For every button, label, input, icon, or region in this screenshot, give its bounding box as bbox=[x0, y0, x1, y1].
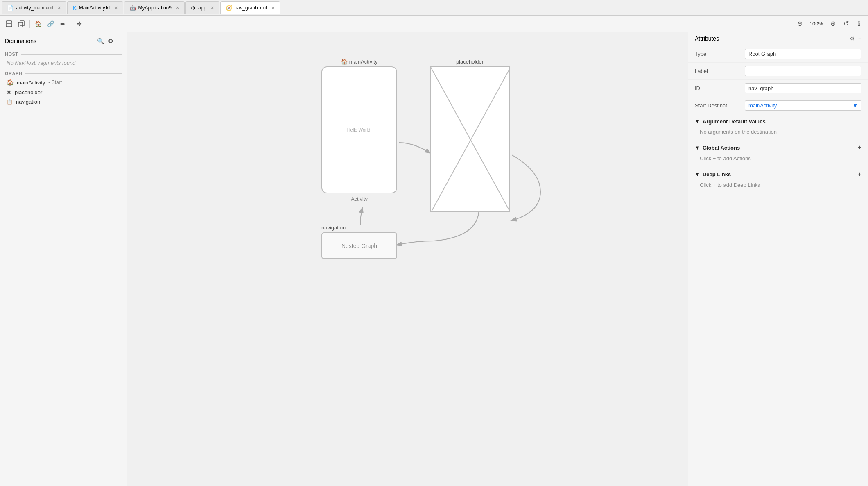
tab-close-nav-graph[interactable]: ✕ bbox=[271, 5, 275, 11]
link-btn[interactable]: 🔗 bbox=[45, 18, 56, 30]
deep-links-collapse-icon: ▼ bbox=[695, 171, 700, 177]
placeholder-x-svg bbox=[431, 67, 509, 211]
tab-icon-my-application: 🤖 bbox=[129, 5, 136, 11]
sidebar-collapse-btn[interactable]: − bbox=[117, 37, 122, 45]
new-destination-btn[interactable] bbox=[3, 18, 15, 30]
tab-activity-main[interactable]: 📄 activity_main.xml ✕ bbox=[2, 1, 66, 14]
tab-label-activity-main: activity_main.xml bbox=[16, 5, 53, 11]
sidebar: Destinations 🔍 ⚙ − HOST No NavHostFragme… bbox=[0, 32, 127, 486]
tab-label-app: app bbox=[198, 5, 206, 11]
zoom-reset-btn[interactable]: ↺ bbox=[840, 18, 852, 30]
tab-label-main-activity-kt: MainActivity.kt bbox=[79, 5, 110, 11]
home-btn[interactable]: 🏠 bbox=[32, 18, 44, 30]
deep-links-header[interactable]: ▼ Deep Links + bbox=[688, 166, 868, 180]
attributes-collapse-btn[interactable]: − bbox=[858, 35, 861, 42]
deep-links-header-left: ▼ Deep Links bbox=[695, 171, 731, 177]
zoom-plus-btn[interactable]: ⊕ bbox=[827, 18, 839, 30]
global-actions-header[interactable]: ▼ Global Actions + bbox=[688, 140, 868, 154]
tab-close-my-application[interactable]: ✕ bbox=[176, 5, 179, 11]
zoom-info-btn[interactable]: ℹ bbox=[853, 18, 865, 30]
sidebar-item-main-activity[interactable]: 🏠 mainActivity - Start bbox=[0, 77, 127, 87]
tab-nav-graph[interactable]: 🧭 nav_graph.xml ✕ bbox=[220, 1, 280, 14]
zoom-controls: ⊖ 100% ⊕ ↺ ℹ bbox=[794, 18, 865, 30]
tab-close-main-activity-kt[interactable]: ✕ bbox=[114, 5, 118, 11]
tab-icon-activity-main: 📄 bbox=[7, 5, 14, 11]
host-empty-text: No NavHostFragments found bbox=[7, 60, 75, 66]
attributes-header-icons: ⚙ − bbox=[850, 35, 861, 42]
node-placeholder-frame bbox=[430, 66, 510, 212]
tab-close-app[interactable]: ✕ bbox=[210, 5, 214, 11]
node-main-activity[interactable]: 🏠 mainActivity Hello World! Activity bbox=[321, 59, 397, 202]
host-empty-item: No NavHostFragments found bbox=[0, 58, 127, 68]
global-actions-add-btn[interactable]: + bbox=[858, 144, 861, 151]
attr-row-type: Type Root Graph bbox=[688, 45, 868, 63]
fit-btn[interactable]: ✤ bbox=[74, 18, 85, 30]
attributes-settings-btn[interactable]: ⚙ bbox=[850, 35, 855, 42]
sidebar-item-navigation[interactable]: 📋 navigation bbox=[0, 97, 127, 107]
tab-icon-main-activity-kt: K bbox=[72, 5, 76, 11]
arg-section-title: Argument Default Values bbox=[703, 118, 766, 125]
label-input[interactable] bbox=[745, 66, 861, 76]
node-placeholder-label: placeholder bbox=[456, 59, 484, 65]
node-navigation[interactable]: navigation Nested Graph bbox=[321, 225, 397, 259]
tab-app[interactable]: ⚙ app ✕ bbox=[185, 1, 219, 14]
deep-links-empty: Click + to add Deep Links bbox=[688, 180, 868, 193]
arg-collapse-icon: ▼ bbox=[695, 118, 700, 125]
zoom-minus-btn[interactable]: ⊖ bbox=[794, 18, 805, 30]
attr-row-label: Label bbox=[688, 63, 868, 80]
sidebar-main-activity-text: mainActivity bbox=[17, 79, 45, 86]
host-section-label: HOST bbox=[0, 48, 127, 58]
arrow-btn[interactable]: ➡ bbox=[57, 18, 68, 30]
tab-bar: 📄 activity_main.xml ✕ K MainActivity.kt … bbox=[0, 0, 868, 16]
tab-label-my-application: MyApplication9 bbox=[138, 5, 172, 11]
node-phone-frame: Hello World! bbox=[321, 66, 397, 193]
tab-label-nav-graph: nav_graph.xml bbox=[235, 5, 267, 11]
main-layout: Destinations 🔍 ⚙ − HOST No NavHostFragme… bbox=[0, 32, 868, 486]
arg-section-header-left: ▼ Argument Default Values bbox=[695, 118, 766, 125]
home-icon: 🏠 bbox=[7, 79, 14, 86]
attr-row-id: ID nav_graph bbox=[688, 80, 868, 97]
zoom-level: 100% bbox=[807, 20, 825, 27]
global-actions-title: Global Actions bbox=[703, 145, 740, 151]
graph-section-label: GRAPH bbox=[0, 68, 127, 77]
chevron-down-icon: ▼ bbox=[852, 102, 858, 109]
deep-links-add-btn[interactable]: + bbox=[858, 170, 861, 178]
arg-section-empty: No arguments on the destination bbox=[688, 127, 868, 140]
type-label: Type bbox=[695, 51, 740, 57]
tab-main-activity-kt[interactable]: K MainActivity.kt ✕ bbox=[67, 1, 123, 14]
nested-graph-frame: Nested Graph bbox=[321, 232, 397, 259]
toolbar: 🏠 🔗 ➡ ✤ ⊖ 100% ⊕ ↺ ℹ bbox=[0, 16, 868, 32]
attributes-title: Attributes bbox=[695, 35, 719, 42]
sidebar-settings-btn[interactable]: ⚙ bbox=[107, 37, 114, 45]
type-value: Root Graph bbox=[745, 49, 861, 59]
sidebar-placeholder-text: placeholder bbox=[15, 89, 42, 95]
global-actions-empty: Click + to add Actions bbox=[688, 154, 868, 166]
main-activity-home-icon: 🏠 bbox=[341, 59, 348, 65]
sidebar-item-placeholder[interactable]: ✖ placeholder bbox=[0, 87, 127, 97]
node-placeholder[interactable]: placeholder bbox=[430, 59, 510, 212]
canvas-connections bbox=[127, 32, 688, 486]
sidebar-header: Destinations 🔍 ⚙ − bbox=[0, 35, 127, 47]
navigation-icon: 📋 bbox=[7, 99, 13, 105]
id-value: nav_graph bbox=[745, 83, 861, 93]
sidebar-navigation-text: navigation bbox=[16, 99, 40, 105]
copy-btn[interactable] bbox=[16, 18, 27, 30]
node-navigation-label: navigation bbox=[321, 225, 346, 231]
phone-inner-text: Hello World! bbox=[347, 127, 372, 132]
node-activity-caption: Activity bbox=[351, 196, 368, 202]
tab-close-activity-main[interactable]: ✕ bbox=[57, 5, 61, 11]
global-actions-header-left: ▼ Global Actions bbox=[695, 145, 740, 151]
sidebar-search-btn[interactable]: 🔍 bbox=[96, 37, 105, 45]
toolbar-sep-2 bbox=[71, 20, 71, 28]
sidebar-main-activity-badge: - Start bbox=[48, 79, 62, 85]
svg-rect-3 bbox=[20, 21, 24, 26]
nested-graph-text: Nested Graph bbox=[341, 243, 377, 249]
tab-my-application[interactable]: 🤖 MyApplication9 ✕ bbox=[124, 1, 185, 14]
global-actions-collapse-icon: ▼ bbox=[695, 145, 700, 151]
arg-section-header[interactable]: ▼ Argument Default Values bbox=[688, 114, 868, 127]
start-dest-select[interactable]: mainActivity ▼ bbox=[745, 100, 861, 111]
sidebar-title: Destinations bbox=[5, 38, 36, 44]
toolbar-sep-1 bbox=[29, 20, 30, 28]
canvas-area[interactable]: 🏠 mainActivity Hello World! Activity pla… bbox=[127, 32, 688, 486]
right-panel: Attributes ⚙ − Type Root Graph Label ID … bbox=[688, 32, 868, 486]
